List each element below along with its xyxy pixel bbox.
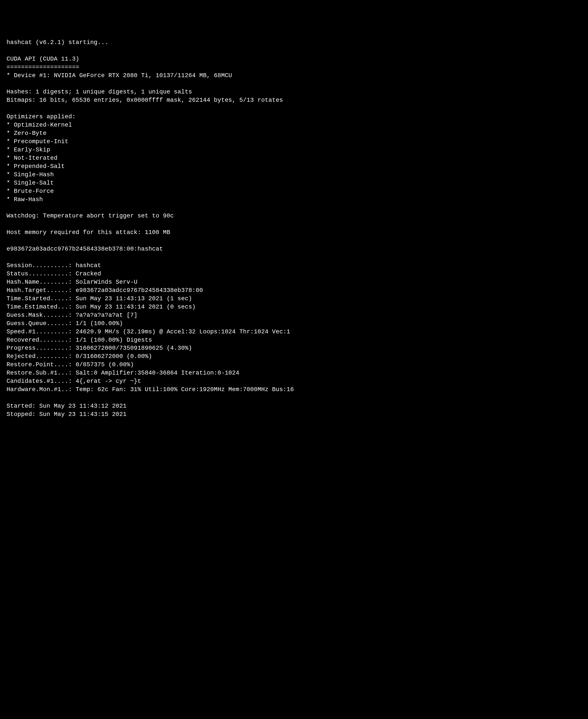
cuda-api-title: CUDA API (CUDA 11.3): [6, 56, 79, 62]
restore-point-line: Restore.Point....: 0/857375 (0.00%): [6, 361, 134, 368]
session-line: Session..........: hashcat: [6, 262, 101, 269]
optimizer-item: * Raw-Hash: [6, 196, 43, 203]
optimizer-item: * Not-Iterated: [6, 155, 58, 161]
hash-target-line: Hash.Target......: e983672a03adcc9767b24…: [6, 287, 203, 294]
candidates-line: Candidates.#1....: 4{,erat -> cyr ~}t: [6, 378, 141, 385]
optimizer-item: * Prepended-Salt: [6, 163, 65, 170]
hardware-mon-line: Hardware.Mon.#1..: Temp: 62c Fan: 31% Ut…: [6, 386, 294, 393]
optimizer-item: * Optimized-Kernel: [6, 122, 72, 128]
optimizer-item: * Early-Skip: [6, 146, 50, 153]
time-estimated-line: Time.Estimated...: Sun May 23 11:43:14 2…: [6, 304, 196, 310]
optimizer-item: * Zero-Byte: [6, 130, 47, 137]
hash-name-line: Hash.Name........: SolarWinds Serv-U: [6, 279, 138, 285]
optimizer-item: * Single-Hash: [6, 171, 54, 178]
optimizer-item: * Precompute-Init: [6, 138, 68, 145]
cuda-divider: ====================: [6, 64, 79, 70]
speed-line: Speed.#1.........: 24620.9 MH/s (32.19ms…: [6, 328, 290, 335]
terminal-output: hashcat (v6.2.1) starting... CUDA API (C…: [6, 38, 582, 418]
optimizers-title: Optimizers applied:: [6, 113, 76, 120]
recovered-line: Recovered........: 1/1 (100.00%) Digests: [6, 336, 152, 343]
progress-line: Progress.........: 31606272000/735091890…: [6, 345, 192, 351]
restore-sub-line: Restore.Sub.#1...: Salt:0 Amplifier:3584…: [6, 370, 239, 376]
cracked-hash-line: e983672a03adcc9767b24584338eb378:00:hash…: [6, 246, 163, 252]
starting-line: hashcat (v6.2.1) starting...: [6, 39, 108, 46]
rejected-line: Rejected.........: 0/31606272000 (0.00%): [6, 353, 152, 360]
optimizer-item: * Single-Salt: [6, 180, 54, 186]
watchdog-line: Watchdog: Temperature abort trigger set …: [6, 212, 174, 219]
stopped-footer-line: Stopped: Sun May 23 11:43:15 2021: [6, 411, 127, 418]
optimizer-item: * Brute-Force: [6, 188, 54, 194]
hashes-line: Hashes: 1 digests; 1 unique digests, 1 u…: [6, 88, 192, 95]
host-memory-line: Host memory required for this attack: 11…: [6, 229, 170, 236]
time-started-line: Time.Started.....: Sun May 23 11:43:13 2…: [6, 295, 192, 302]
status-line: Status...........: Cracked: [6, 270, 101, 277]
guess-mask-line: Guess.Mask.......: ?a?a?a?a?a?at [7]: [6, 312, 138, 319]
guess-queue-line: Guess.Queue......: 1/1 (100.00%): [6, 320, 123, 327]
started-footer-line: Started: Sun May 23 11:43:12 2021: [6, 403, 127, 409]
device-line: * Device #1: NVIDIA GeForce RTX 2080 Ti,…: [6, 72, 232, 79]
bitmaps-line: Bitmaps: 16 bits, 65536 entries, 0x0000f…: [6, 97, 283, 103]
